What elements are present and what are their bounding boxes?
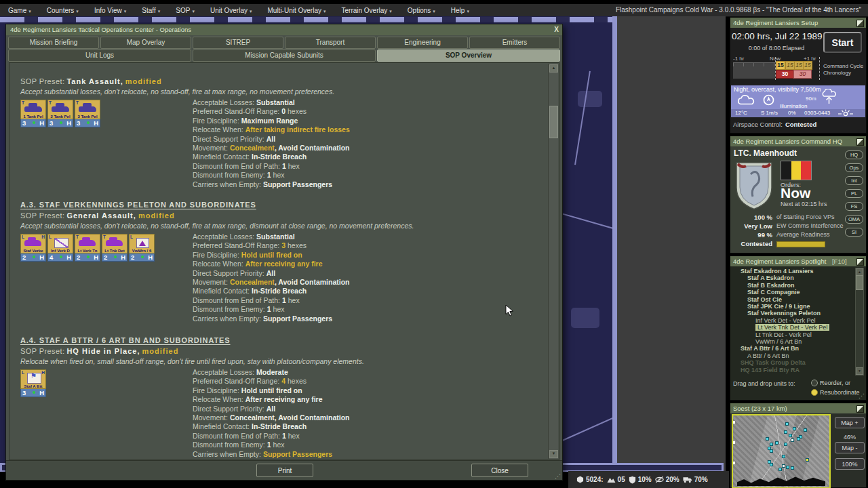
print-button[interactable]: Print [256, 464, 313, 477]
unit-tree-item[interactable]: VwWrn / 6 Art Bn [732, 338, 855, 345]
unit-tree-item[interactable]: Lt Verk Tnk Det - Verk Pel [732, 324, 855, 331]
minimap-panel-header[interactable]: Soest (23 x 17 km) [730, 403, 866, 413]
unit-tree-item[interactable]: A Bttr / 6 Art Bn [732, 352, 855, 359]
detail-value: After receiving any fire [245, 395, 323, 403]
menu-item[interactable]: Terrain Overlay▾ [338, 7, 394, 14]
menu-item[interactable]: Info View▾ [92, 7, 129, 14]
scrollbar[interactable]: ▲ ▼ [548, 64, 558, 459]
unit-counter[interactable]: T 1 Tank Pel 3 H [20, 100, 46, 127]
tab[interactable]: SITREP [193, 37, 283, 49]
menu-item[interactable]: Staff▾ [139, 7, 163, 14]
tab[interactable]: Transport [285, 37, 376, 49]
unit-name: VwWrn / 6 [130, 249, 154, 253]
panel-detach-icon[interactable] [856, 20, 864, 27]
strength-value: 2 [131, 253, 134, 261]
panel-detach-icon[interactable] [856, 405, 864, 413]
unit-tree-item[interactable]: Staf Eskadron 4 Lansiers [732, 268, 855, 274]
unit-counter[interactable]: T Lt Tnk Det 2 H [102, 234, 127, 262]
detail-value: Substantial [256, 98, 295, 106]
hq-tool-button[interactable]: Ops [845, 163, 863, 172]
unit-tree-item[interactable]: Staf A Bttr / 6 Art Bn [732, 345, 855, 352]
window-title: Flashpoint Campaigns Cold War - 3.0.0.98… [616, 6, 861, 14]
scrollbar-thumb[interactable] [549, 106, 558, 138]
panel-detach-icon[interactable] [856, 138, 864, 146]
resize-grip[interactable]: ⋰ [859, 392, 865, 399]
menu-item-label: Terrain Overlay [341, 7, 387, 14]
menu-item[interactable]: SOP▾ [173, 7, 197, 14]
setup-panel-header[interactable]: 4de Regiment Lansiers Setup [730, 18, 866, 28]
resubordinate-radio[interactable] [811, 389, 818, 396]
menu-item[interactable]: Game▾ [5, 7, 34, 14]
close-button[interactable]: Close [471, 464, 528, 477]
unit-counter[interactable]: T 3 Tank Pel 3 H [75, 100, 100, 127]
unit-name: Staf Verke [21, 249, 45, 253]
hq-panel-header[interactable]: 4de Regiment Lansiers Command HQ [730, 136, 866, 146]
unit-tree-item[interactable]: Staf JPK Cie / 9 Ligne [732, 303, 855, 310]
chevron-down-icon: ▾ [76, 9, 79, 14]
unit-counter[interactable]: T Lt Verk Tn 2 H [75, 234, 100, 262]
unit-tree-item[interactable]: Staf Ost Cie [732, 296, 855, 303]
spotlight-panel-header[interactable]: 4de Regiment Lansiers Spotlight [F10] [730, 256, 866, 266]
map-zoom-in-button[interactable]: Map + [835, 417, 865, 428]
menu-item[interactable]: Unit Overlay▾ [208, 7, 255, 14]
unit-tree-item[interactable]: Inf Verk Det - Verk Pel [732, 317, 855, 324]
map-town [578, 91, 602, 107]
hq-tool-button[interactable]: PL [845, 189, 863, 198]
unit-tree-item[interactable]: HQ 143 Field Bty RA [732, 367, 855, 373]
mountain-icon [607, 476, 616, 483]
menu-item[interactable]: Help▾ [448, 7, 472, 14]
counter-strength-strip: 2 H [75, 253, 100, 262]
scroll-up-icon[interactable]: ▲ [549, 64, 558, 73]
tree-item-label: Staf Ost Cie [747, 296, 782, 303]
panel-detach-icon[interactable] [856, 258, 864, 266]
tab[interactable]: Mission Capable Subunits [193, 49, 376, 62]
scroll-down-icon[interactable]: ▼ [549, 450, 558, 458]
minimap[interactable] [732, 414, 831, 488]
unit-tree-item[interactable]: Staf B Eskadron [732, 282, 855, 289]
airspace-control: Airspace Control:Contested [733, 121, 816, 128]
tab[interactable]: Engineering [377, 37, 468, 49]
unit-counter[interactable]: L Inf Verk D 4 H [47, 234, 73, 262]
detail-label: Movement: [193, 413, 228, 422]
unit-tree-item[interactable]: SHQ Task Group Delta [732, 359, 855, 366]
detail-label: Acceptable Losses: [193, 232, 254, 241]
spotlight-hotkey: [F10] [832, 258, 847, 265]
dialog-title-bar[interactable]: 4de Regiment Lansiers Tactical Operation… [6, 24, 562, 35]
hq-tool-button[interactable]: FS [845, 202, 863, 211]
tree-scrollbar[interactable]: ▲ ▼ [855, 268, 864, 375]
tree-item-label: VwWrn / 6 Art Bn [755, 338, 802, 345]
setup-panel-title: 4de Regiment Lansiers Setup [733, 19, 818, 26]
tab[interactable]: SOP Overview [377, 49, 560, 62]
start-button[interactable]: Start [823, 32, 862, 53]
tab[interactable]: Mission Briefing [8, 37, 99, 49]
menu-item-label: Game [8, 7, 26, 14]
unit-counter[interactable]: T 2 Tank Pel 3 H [47, 100, 73, 127]
resize-grip[interactable]: ⋰ [555, 473, 561, 480]
tab[interactable]: Emitters [469, 37, 560, 49]
unit-counter[interactable]: L VwWrn / 6 2 H [129, 234, 155, 262]
unit-tree-item[interactable]: Staf A Eskadron [732, 274, 855, 281]
hq-tool-button[interactable]: OMA [845, 215, 863, 224]
map-zoom-full-button[interactable]: 100% [835, 458, 865, 470]
unit-counter[interactable]: L H Staf Verke 2 H [20, 234, 46, 262]
menu-item[interactable]: Counters▾ [44, 7, 81, 14]
unit-counter[interactable]: L H Staf A Btt 3 H [20, 369, 46, 397]
hq-stat-row: 99 % Average Readiness [733, 230, 843, 239]
hq-side-buttons: HQOpsIntPLFSOMASI [845, 150, 863, 241]
close-icon[interactable]: X [554, 24, 559, 35]
scroll-down-icon[interactable]: ▼ [856, 367, 863, 375]
tab[interactable]: Map Overlay [100, 37, 191, 49]
map-zoom-out-button[interactable]: Map - [835, 442, 865, 453]
menu-item[interactable]: Multi-Unit Overlay▾ [264, 7, 328, 14]
detail-label: Minefield Contact: [193, 152, 250, 161]
menu-item[interactable]: Options▾ [405, 7, 438, 14]
hq-tool-button[interactable]: SI [845, 228, 863, 237]
unit-tree-item[interactable]: Staf Verkennings Peleton [732, 310, 855, 317]
tab[interactable]: Unit Logs [8, 49, 191, 62]
hq-tool-button[interactable]: Int [845, 176, 863, 185]
unit-tree-item[interactable]: Staf C Compagnie [732, 289, 855, 296]
tree-scrollbar-thumb[interactable] [856, 275, 863, 290]
unit-tree-item[interactable]: Lt Tnk Det - Verk Pel [732, 331, 855, 338]
hq-tool-button[interactable]: HQ [845, 150, 863, 159]
reorder-radio[interactable] [811, 380, 818, 386]
